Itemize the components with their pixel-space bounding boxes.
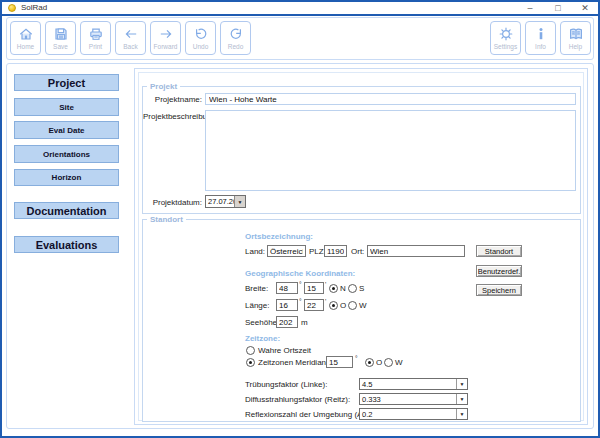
info-button[interactable]: Info: [525, 21, 556, 55]
timezone-heading: Zeitzone:: [245, 334, 280, 344]
longitude-west-radio[interactable]: [348, 301, 357, 310]
forward-button-label: Forward: [154, 43, 178, 50]
sidebar-item-orientations[interactable]: Orientations: [14, 145, 119, 163]
plz-input[interactable]: [324, 245, 347, 257]
meridian-west-radio[interactable]: [384, 358, 393, 367]
main-panel: Project Site Eval Date Orientations Hori…: [6, 63, 594, 429]
help-button[interactable]: Help: [560, 21, 591, 55]
project-groupbox: Projekt Projektname: Projektbeschreibung…: [142, 86, 581, 214]
save-button-label: Save: [53, 43, 68, 50]
longitude-east-label: O: [340, 301, 346, 311]
timezone-meridian-radio[interactable]: [246, 358, 255, 367]
longitude-west-label: W: [359, 301, 367, 311]
sidebar-item-horizon[interactable]: Horizon: [14, 169, 119, 186]
save-button[interactable]: Save: [45, 21, 76, 55]
print-button[interactable]: Print: [80, 21, 111, 55]
project-group-title: Projekt: [147, 82, 180, 91]
meridian-east-radio[interactable]: [365, 358, 374, 367]
home-button-label: Home: [17, 43, 34, 50]
coordinates-heading: Geographische Koordinaten:: [245, 269, 355, 279]
home-button[interactable]: Home: [10, 21, 41, 55]
diffuse-factor-combobox[interactable]: 0.333 ▼: [359, 393, 468, 405]
latitude-south-label: S: [359, 284, 364, 294]
print-button-label: Print: [89, 43, 102, 50]
benutzerdef-button[interactable]: Benutzerdef.: [476, 265, 522, 277]
settings-button-label: Settings: [494, 43, 518, 50]
forward-button[interactable]: Forward: [150, 21, 181, 55]
sidebar-item-site[interactable]: Site: [14, 98, 119, 116]
project-description-textarea[interactable]: [205, 110, 576, 191]
elevation-unit: m: [301, 318, 308, 328]
app-icon: [8, 4, 16, 12]
undo-icon: [193, 26, 209, 42]
sidebar-item-project[interactable]: Project: [14, 74, 119, 91]
info-button-label: Info: [535, 43, 546, 50]
diffuse-factor-value: 0.333: [360, 394, 456, 404]
back-button-label: Back: [123, 43, 137, 50]
settings-button[interactable]: Settings: [490, 21, 521, 55]
close-button[interactable]: ✕: [579, 3, 591, 13]
sidebar-item-eval-date[interactable]: Eval Date: [14, 121, 119, 139]
albedo-combobox[interactable]: 0.2 ▼: [359, 408, 468, 420]
titlebar: SolRad – □ ✕: [2, 2, 598, 14]
location-groupbox: Standort Ortsbezeichnung: Land: PLZ: Ort…: [142, 219, 581, 422]
city-input[interactable]: [367, 245, 465, 257]
dropdown-arrow-icon: ▼: [456, 394, 467, 404]
country-input[interactable]: [267, 245, 306, 257]
turbidity-factor-value: 4.5: [360, 379, 456, 389]
project-date-label: Projektdatum:: [143, 198, 202, 208]
longitude-min-symbol: ': [325, 298, 326, 305]
latitude-min-symbol: ': [325, 281, 326, 288]
gear-icon: [498, 26, 514, 42]
content-panel: Projekt Projektname: Projektbeschreibung…: [134, 68, 588, 425]
elevation-input[interactable]: [276, 316, 298, 328]
window-title: SolRad: [21, 3, 47, 12]
undo-button[interactable]: Undo: [185, 21, 216, 55]
longitude-east-radio[interactable]: [329, 301, 338, 310]
toolbar-panel: Home Save Print Back Forward Undo: [6, 17, 594, 60]
info-icon: [533, 26, 549, 42]
meridian-east-label: O: [376, 358, 382, 368]
standort-button[interactable]: Standort: [476, 245, 522, 257]
latitude-label: Breite:: [245, 284, 268, 294]
meridian-input[interactable]: [326, 356, 353, 368]
latitude-min-input[interactable]: [304, 282, 324, 294]
help-book-icon: [568, 26, 584, 42]
dropdown-arrow-icon: ▼: [456, 379, 467, 389]
latitude-north-radio[interactable]: [329, 284, 338, 293]
meridian-west-label: W: [395, 358, 403, 368]
dropdown-arrow-icon: ▼: [456, 409, 467, 419]
back-button[interactable]: Back: [115, 21, 146, 55]
titlebar-separator: [2, 14, 598, 16]
minimize-button[interactable]: –: [524, 3, 536, 13]
longitude-deg-input[interactable]: [276, 299, 298, 311]
diffuse-factor-label: Diffusstrahlungsfaktor (Reitz):: [245, 395, 350, 405]
true-local-time-radio[interactable]: [246, 346, 255, 355]
latitude-deg-symbol: °: [299, 281, 302, 288]
longitude-min-input[interactable]: [304, 299, 324, 311]
project-name-label: Projektname:: [143, 95, 202, 105]
latitude-north-label: N: [340, 284, 346, 294]
project-name-input[interactable]: [205, 93, 576, 105]
latitude-south-radio[interactable]: [348, 284, 357, 293]
home-icon: [18, 26, 34, 42]
project-description-label: Projektbeschreibung:: [143, 112, 202, 122]
true-local-time-label: Wahre Ortszeit: [258, 346, 311, 356]
elevation-label: Seehöhe:: [245, 318, 279, 328]
sidebar-item-documentation[interactable]: Documentation: [14, 202, 119, 219]
redo-button[interactable]: Redo: [220, 21, 251, 55]
help-button-label: Help: [569, 43, 582, 50]
turbidity-factor-combobox[interactable]: 4.5 ▼: [359, 378, 468, 390]
speichern-button[interactable]: Speichern: [476, 284, 522, 296]
city-label: Ort:: [351, 247, 364, 257]
meridian-deg-symbol: °: [355, 355, 358, 362]
sidebar-item-evaluations[interactable]: Evaluations: [14, 236, 119, 253]
latitude-deg-input[interactable]: [276, 282, 298, 294]
maximize-button[interactable]: □: [552, 3, 564, 13]
longitude-deg-symbol: °: [299, 298, 302, 305]
longitude-label: Länge:: [245, 301, 269, 311]
country-label: Land:: [245, 247, 265, 257]
save-icon: [53, 26, 69, 42]
redo-button-label: Redo: [228, 43, 244, 50]
project-date-combobox[interactable]: 27.07.2018 ▼: [205, 195, 246, 208]
